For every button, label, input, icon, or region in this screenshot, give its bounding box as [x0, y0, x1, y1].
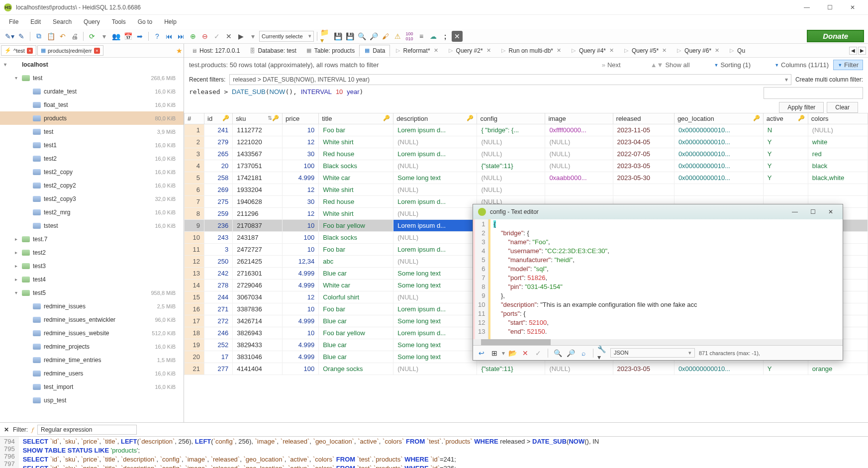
prev-icon[interactable]: ⏮	[164, 31, 175, 42]
binary-icon[interactable]: 100010	[404, 31, 415, 42]
tree-row[interactable]: usp_test	[0, 393, 184, 407]
tree-row[interactable]: redmine_issues2,5 MiB	[0, 299, 184, 313]
semicolon-icon[interactable]: ;	[440, 31, 451, 42]
donate-button[interactable]: Donate	[807, 30, 864, 42]
tab-reformat-[interactable]: ▷Reformat*✕	[390, 45, 443, 57]
clear-filter-button[interactable]: Clear	[827, 102, 858, 113]
column-sku[interactable]: sku🔑⇅	[233, 113, 283, 124]
paste-icon[interactable]: 📋	[45, 31, 56, 42]
column-colors[interactable]: colors	[808, 113, 868, 124]
popup-type-combo[interactable]: JSON▾	[610, 348, 695, 358]
next-icon[interactable]: ⏭	[176, 31, 187, 42]
copy-icon[interactable]: ⧉	[33, 31, 44, 42]
play-dropdown-icon[interactable]: ▾	[247, 31, 258, 42]
refresh-dropdown-icon[interactable]: ▾	[98, 31, 109, 42]
undo-icon[interactable]: ↶	[57, 31, 68, 42]
tree-row[interactable]: test216,0 KiB	[0, 152, 184, 165]
tree-row[interactable]: float_test16,0 KiB	[0, 98, 184, 111]
tree-row[interactable]: tstest16,0 KiB	[0, 219, 184, 232]
format-icon[interactable]: ≡	[416, 31, 427, 42]
popup-close-button[interactable]: ✕	[824, 208, 838, 215]
column-title[interactable]: title🔑	[319, 113, 393, 124]
trigger-combo[interactable]: Currently selecte▾	[259, 31, 314, 42]
tree-row[interactable]: test2_copy332,0 KiB	[0, 192, 184, 205]
tree-row[interactable]: redmine_issues_entwickler96,0 KiB	[0, 313, 184, 326]
popup-hscroll[interactable]	[473, 339, 843, 345]
folder-open-icon[interactable]: 📂	[507, 348, 518, 359]
zoom-reset-icon[interactable]: ⌕	[578, 348, 589, 359]
table-row[interactable]: 2279122102012White shirt(NULL)(NULL)(NUL…	[185, 136, 868, 148]
add-icon[interactable]: ⊕	[188, 31, 198, 42]
table-row[interactable]: 212774141404100Orange socks(NULL){"state…	[185, 363, 868, 375]
minimize-button[interactable]: —	[795, 0, 818, 14]
saveall-icon[interactable]: 💾	[344, 31, 355, 42]
grid-filter-input[interactable]	[37, 425, 137, 435]
cancel-icon[interactable]: ✕	[223, 31, 234, 42]
wrap-icon[interactable]: ↩	[476, 348, 487, 359]
export-icon[interactable]: ➡	[134, 31, 145, 42]
column-geo_location[interactable]: geo_location🔑	[674, 113, 763, 124]
popup-minimize-button[interactable]: —	[788, 208, 802, 215]
tree-row[interactable]: ▸test3	[0, 259, 184, 273]
tree-row[interactable]: curdate_test16,0 KiB	[0, 85, 184, 98]
table-row[interactable]: 3265143356730Red houseLorem ipsum d...(N…	[185, 148, 868, 160]
cloud-icon[interactable]: ☁	[428, 31, 439, 42]
refresh-icon[interactable]: ⟳	[87, 31, 97, 42]
column-#[interactable]: #	[185, 113, 204, 124]
tree-row[interactable]: products80,0 KiB	[0, 111, 184, 125]
tree-row[interactable]: redmine_projects16,0 KiB	[0, 340, 184, 353]
next-link[interactable]: »Next	[602, 61, 621, 69]
column-price[interactable]: price	[283, 113, 319, 124]
delete-red-icon[interactable]: ✕	[520, 348, 531, 359]
tree-row[interactable]: ▸test4	[0, 273, 184, 286]
table-row[interactable]: 1241111277210Foo barLorem ipsum d...{ "b…	[185, 124, 868, 136]
popup-maximize-button[interactable]: ☐	[806, 208, 820, 215]
db-tree[interactable]: ▾localhost▾test268,6 MiBcurdate_test16,0…	[0, 58, 184, 422]
tree-row[interactable]: ▾localhost	[0, 58, 184, 71]
new-session-icon[interactable]: ✎▾	[4, 31, 15, 42]
table-row[interactable]: 4201737051100Black socks(NULL){"state":1…	[185, 160, 868, 172]
column-id[interactable]: id🔑	[204, 113, 233, 124]
column-released[interactable]: released	[613, 113, 674, 124]
delete-icon[interactable]: ⊖	[199, 31, 210, 42]
session-tab-test[interactable]: ⚡^test×	[1, 45, 36, 56]
column-config[interactable]: config	[477, 113, 545, 124]
multi-filter-input[interactable]	[764, 87, 863, 99]
print-icon[interactable]: 🖨	[69, 31, 80, 42]
tab-qu[interactable]: ▷Qu	[724, 45, 750, 57]
maximize-button[interactable]: ☐	[818, 0, 841, 14]
brush-icon[interactable]: 🖌	[380, 31, 391, 42]
column-description[interactable]: description🔑	[393, 113, 477, 124]
zoom-out-icon[interactable]: 🔍	[552, 348, 563, 359]
tab-query--6-[interactable]: ▷Query #6*✕	[671, 45, 724, 57]
column-active[interactable]: active🔑	[763, 113, 808, 124]
popup-editor[interactable]: 12345678910111213 { "bridge": { "name": …	[473, 219, 843, 339]
search-icon[interactable]: 🔍	[356, 31, 367, 42]
tree-row[interactable]: ▾test268,6 MiB	[0, 71, 184, 85]
tab-data[interactable]: ▦Data	[359, 45, 389, 57]
tree-row[interactable]: ▸test.7	[0, 232, 184, 246]
apply-icon[interactable]: ✓	[533, 348, 544, 359]
tab-table--products[interactable]: ▦Table: products	[301, 45, 359, 57]
tree-row[interactable]: ▸test2	[0, 246, 184, 259]
menu-file[interactable]: File	[4, 16, 23, 27]
menu-search[interactable]: Search	[48, 16, 77, 27]
tree-row[interactable]: redmine_time_entries1,5 MiB	[0, 353, 184, 367]
sql-log[interactable]: 794795796797 SELECT `id`, `sku`, `price`…	[0, 436, 868, 468]
table-row[interactable]: 525817421814.999White carSome long text(…	[185, 172, 868, 184]
session-tab-products[interactable]: ▦products|redmi|err×	[37, 45, 103, 56]
close-icon[interactable]: ×	[27, 48, 33, 54]
save-icon[interactable]: 💾	[332, 31, 343, 42]
check-icon[interactable]: ✓	[211, 31, 222, 42]
apply-filter-button[interactable]: Apply filter	[779, 102, 824, 113]
folder-icon[interactable]: 📁▾	[320, 31, 331, 42]
play-icon[interactable]: ▶	[235, 31, 246, 42]
tree-row[interactable]: test116,0 KiB	[0, 138, 184, 152]
tree-row[interactable]: test3,9 MiB	[0, 125, 184, 138]
star-icon[interactable]: ★	[176, 47, 183, 55]
close-icon[interactable]: ✕	[715, 47, 719, 54]
tree-row[interactable]: redmine_users16,0 KiB	[0, 367, 184, 380]
windows-icon[interactable]: ⊞	[489, 348, 500, 359]
tool-icon[interactable]: ✎	[16, 31, 27, 42]
filter-expression[interactable]: released > DATE_SUB(NOW(), INTERVAL 10 y…	[184, 87, 759, 96]
